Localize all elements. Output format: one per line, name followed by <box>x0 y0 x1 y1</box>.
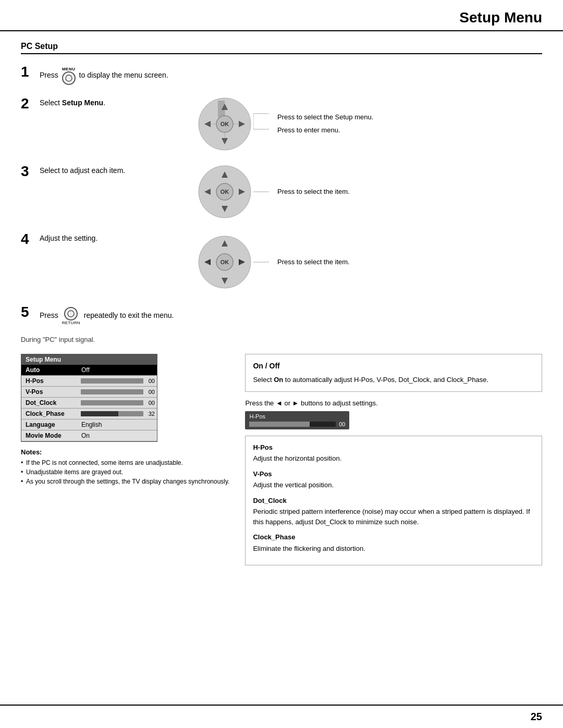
on-off-text: Select On to automatically adjust H-Pos,… <box>253 375 534 385</box>
descriptions-panel: H-Pos Adjust the horizontal position. V-… <box>245 436 542 566</box>
hpos-bar-row: 00 <box>249 421 345 427</box>
dpad-step2: OK ◄ ► <box>196 95 253 153</box>
menu-item-auto-name: Auto <box>21 365 79 375</box>
hpos-bar-fill <box>249 422 310 427</box>
step-4: 4 Adjust the setting. OK ◄ ► <box>21 231 542 293</box>
menu-row-dotclock: Dot_Clock 00 <box>21 398 157 409</box>
svg-text:►: ► <box>240 190 244 195</box>
menu-row-hpos: H-Pos 00 <box>21 376 157 387</box>
menu-row-moviemode: Movie Mode On <box>21 430 157 441</box>
menu-item-auto-value: Off <box>79 365 157 375</box>
menu-item-vpos-bar: 00 <box>79 388 157 396</box>
hpos-display-label: H-Pos <box>249 413 345 419</box>
desc-vpos-text: Adjust the vertical position. <box>253 480 534 490</box>
page-title: Setup Menu <box>459 9 542 26</box>
svg-point-37 <box>68 311 74 317</box>
press-adjust-line: Press the ◄ or ► buttons to adjust setti… <box>245 399 542 407</box>
step-2-text: Select Setup Menu. <box>40 98 105 107</box>
callout-step3-1: Press to select the item. <box>277 186 350 199</box>
callout-step4-1: Press to select the item. <box>277 256 350 269</box>
callout-step2-2: Press to enter menu. <box>277 124 373 137</box>
menu-item-moviemode-value: On <box>79 430 157 441</box>
step-2-content: Select Setup Menu. <box>40 95 186 107</box>
menu-item-clockphase-num: 32 <box>145 411 155 417</box>
callout-group-step2: Press to select the Setup menu. Press to… <box>277 111 373 137</box>
desc-dotclock: Dot_Clock Periodic striped pattern inter… <box>253 496 534 527</box>
menu-row-clockphase: Clock_Phase 32 <box>21 409 157 419</box>
setup-menu-table-container: Setup Menu Auto Off H-Pos 00 V-Pos <box>21 354 157 442</box>
callout-group-step4: Press to select the item. <box>277 256 350 269</box>
callout-step2-1: Press to select the Setup menu. <box>277 111 373 124</box>
hpos-num: 00 <box>339 421 345 427</box>
svg-text:OK: OK <box>221 259 229 265</box>
step-1: 1 Press MENU to display the menu screen. <box>21 64 542 85</box>
dpad-step3: OK ◄ ► <box>196 163 253 220</box>
notes-title: Notes: <box>21 448 229 456</box>
desc-clockphase-title: Clock_Phase <box>253 532 534 542</box>
desc-vpos-title: V-Pos <box>253 469 534 479</box>
step-3-visual: OK ◄ ► Press to select the item. <box>196 163 350 220</box>
step-5-content: Press RETURN repeatedly to exit the menu… <box>40 304 186 325</box>
step-3-text: Select to adjust each item. <box>40 166 125 175</box>
svg-text:►: ► <box>240 122 244 127</box>
menu-item-clockphase-bar: 32 <box>79 410 157 418</box>
step-5-number: 5 <box>21 304 40 320</box>
section-title: PC Setup <box>21 42 542 54</box>
desc-hpos-title: H-Pos <box>253 442 534 453</box>
desc-clockphase-text: Eliminate the flickering and distortion. <box>253 544 534 554</box>
return-button-icon: RETURN <box>62 307 80 325</box>
step-1-text-before: Press <box>40 71 58 79</box>
step-1-number: 1 <box>21 64 40 80</box>
page-number: 25 <box>531 711 542 723</box>
menu-item-clockphase-name: Clock_Phase <box>21 409 79 419</box>
during-label: During "PC" input signal. <box>21 336 542 343</box>
menu-item-moviemode-name: Movie Mode <box>21 430 79 441</box>
setup-menu-title: Setup Menu <box>21 354 157 365</box>
callout-lines-step4 <box>253 249 269 275</box>
notes-list: If the PC is not connected, some items a… <box>21 458 229 486</box>
menu-item-language-name: Language <box>21 419 79 430</box>
desc-hpos-text: Adjust the horizontal position. <box>253 453 534 464</box>
svg-text:◄: ◄ <box>205 190 210 195</box>
svg-text:◄: ◄ <box>205 260 210 265</box>
on-off-title: On / Off <box>253 361 534 372</box>
svg-text:OK: OK <box>221 121 229 127</box>
menu-item-hpos-name: H-Pos <box>21 376 79 386</box>
step-3-content: Select to adjust each item. <box>40 163 186 175</box>
menu-button-icon: MENU <box>62 67 76 85</box>
step-1-content: Press MENU to display the menu screen. <box>40 64 186 85</box>
dpad-step4: OK ◄ ► <box>196 231 253 293</box>
menu-display-area: Setup Menu Auto Off H-Pos 00 V-Pos <box>21 354 229 565</box>
step-2: 2 Select Setup Menu. OK <box>21 95 542 153</box>
desc-hpos: H-Pos Adjust the horizontal position. <box>253 442 534 464</box>
hpos-bar-bg <box>249 422 336 427</box>
notes-section: Notes: If the PC is not connected, some … <box>21 448 229 486</box>
on-off-panel: On / Off Select On to automatically adju… <box>245 354 542 392</box>
bottom-section: Setup Menu Auto Off H-Pos 00 V-Pos <box>21 354 542 565</box>
step-3-number: 3 <box>21 163 40 180</box>
desc-vpos: V-Pos Adjust the vertical position. <box>253 469 534 490</box>
notes-item-1: If the PC is not connected, some items a… <box>21 458 229 467</box>
menu-item-language-value: English <box>79 419 157 430</box>
menu-item-dotclock-num: 00 <box>145 400 155 406</box>
hpos-display: H-Pos 00 <box>245 411 349 429</box>
step-4-content: Adjust the setting. <box>40 231 186 242</box>
svg-point-0 <box>66 75 72 81</box>
right-panel: On / Off Select On to automatically adju… <box>245 354 542 565</box>
menu-row-language: Language English <box>21 419 157 430</box>
desc-clockphase: Clock_Phase Eliminate the flickering and… <box>253 532 534 553</box>
callout-group-step3: Press to select the item. <box>277 186 350 199</box>
step-5-text-before: Press <box>40 311 58 319</box>
step-2-number: 2 <box>21 95 40 112</box>
page-footer: 25 <box>0 705 563 728</box>
menu-row-auto: Auto Off <box>21 365 157 376</box>
notes-item-3: As you scroll through the settings, the … <box>21 477 229 486</box>
menu-item-hpos-bar: 00 <box>79 377 157 385</box>
svg-text:►: ► <box>240 260 244 265</box>
menu-item-dotclock-name: Dot_Clock <box>21 398 79 408</box>
menu-row-vpos: V-Pos 00 <box>21 387 157 398</box>
notes-item-2: Unadjustable items are grayed out. <box>21 467 229 477</box>
step-4-number: 4 <box>21 231 40 248</box>
menu-item-dotclock-bar: 00 <box>79 399 157 407</box>
callout-lines-step3 <box>253 179 269 205</box>
